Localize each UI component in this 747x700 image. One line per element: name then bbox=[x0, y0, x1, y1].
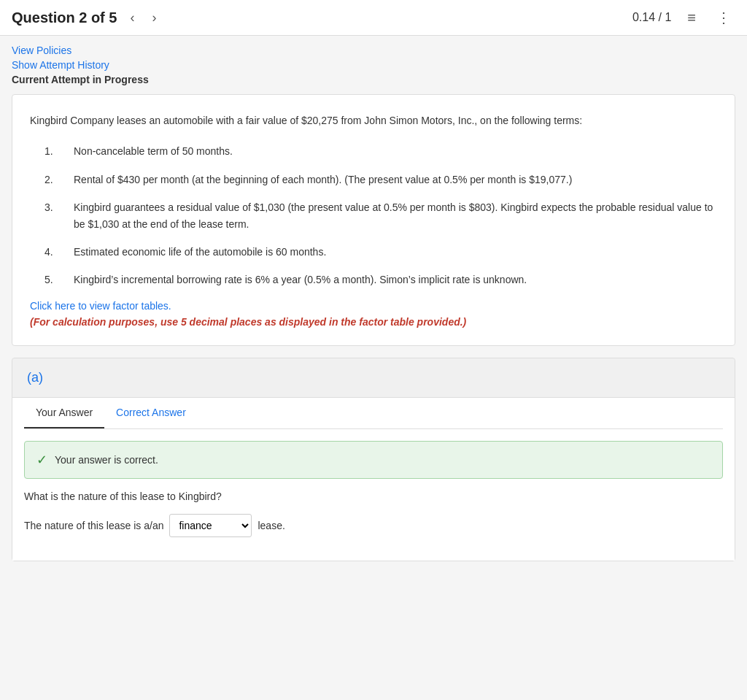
header-left: Question 2 of 5 ‹ › bbox=[12, 9, 160, 27]
term-num-5: 5. bbox=[44, 272, 59, 288]
term-num-2: 2. bbox=[44, 172, 59, 188]
question-title: Question 2 of 5 bbox=[12, 9, 117, 26]
prev-nav-button[interactable]: ‹ bbox=[125, 9, 139, 27]
term-item-1: 1. Non-cancelable term of 50 months. bbox=[44, 143, 717, 159]
view-policies-link[interactable]: View Policies bbox=[12, 45, 735, 56]
term-item-5: 5. Kingbird’s incremental borrowing rate… bbox=[44, 272, 717, 288]
correct-answer-banner: ✓ Your answer is correct. bbox=[24, 441, 723, 479]
correct-answer-tab[interactable]: Correct Answer bbox=[104, 398, 198, 428]
part-a-label: (a) bbox=[12, 358, 735, 397]
terms-list: 1. Non-cancelable term of 50 months. 2. … bbox=[44, 143, 717, 288]
question-header: Question 2 of 5 ‹ › 0.14 / 1 ≡ ⋮ bbox=[0, 0, 747, 36]
question-card: Kingbird Company leases an automobile wi… bbox=[12, 94, 735, 346]
list-icon-button[interactable]: ≡ bbox=[683, 8, 700, 28]
term-num-4: 4. bbox=[44, 244, 59, 260]
score-display: 0.14 / 1 bbox=[632, 11, 671, 24]
term-item-4: 4. Estimated economic life of the automo… bbox=[44, 244, 717, 260]
term-text-4: Estimated economic life of the automobil… bbox=[74, 244, 326, 260]
answer-row: The nature of this lease is a/an finance… bbox=[24, 514, 723, 549]
tabs-container: Your Answer Correct Answer ✓ Your answer… bbox=[12, 397, 735, 561]
next-nav-button[interactable]: › bbox=[147, 9, 160, 27]
term-text-5: Kingbird’s incremental borrowing rate is… bbox=[74, 272, 527, 288]
question-intro: Kingbird Company leases an automobile wi… bbox=[30, 112, 717, 128]
main-content: View Policies Show Attempt History Curre… bbox=[0, 36, 747, 570]
your-answer-tab[interactable]: Your Answer bbox=[24, 398, 104, 428]
term-text-3: Kingbird guarantees a residual value of … bbox=[74, 199, 717, 232]
term-item-3: 3. Kingbird guarantees a residual value … bbox=[44, 199, 717, 232]
answer-tabs: Your Answer Correct Answer bbox=[24, 398, 723, 429]
checkmark-icon: ✓ bbox=[36, 452, 47, 468]
lease-type-select[interactable]: finance operating bbox=[169, 514, 252, 537]
term-text-1: Non-cancelable term of 50 months. bbox=[74, 143, 233, 159]
calculation-note: (For calculation purposes, use 5 decimal… bbox=[30, 316, 717, 328]
show-attempt-link[interactable]: Show Attempt History bbox=[12, 59, 735, 71]
part-a-section: (a) Your Answer Correct Answer ✓ Your an… bbox=[12, 358, 735, 561]
answer-prefix: The nature of this lease is a/an bbox=[24, 520, 163, 531]
current-attempt-label: Current Attempt in Progress bbox=[12, 74, 735, 85]
term-item-2: 2. Rental of $430 per month (at the begi… bbox=[44, 172, 717, 188]
term-num-3: 3. bbox=[44, 199, 59, 232]
tab-content: ✓ Your answer is correct. What is the na… bbox=[24, 429, 723, 561]
answer-suffix: lease. bbox=[258, 520, 285, 531]
more-options-button[interactable]: ⋮ bbox=[712, 7, 735, 28]
term-text-2: Rental of $430 per month (at the beginni… bbox=[74, 172, 572, 188]
sub-question-text: What is the nature of this lease to King… bbox=[24, 491, 723, 502]
correct-text: Your answer is correct. bbox=[55, 454, 158, 466]
factor-tables-link[interactable]: Click here to view factor tables. bbox=[30, 300, 717, 312]
term-num-1: 1. bbox=[44, 143, 59, 159]
header-right: 0.14 / 1 ≡ ⋮ bbox=[632, 7, 735, 28]
